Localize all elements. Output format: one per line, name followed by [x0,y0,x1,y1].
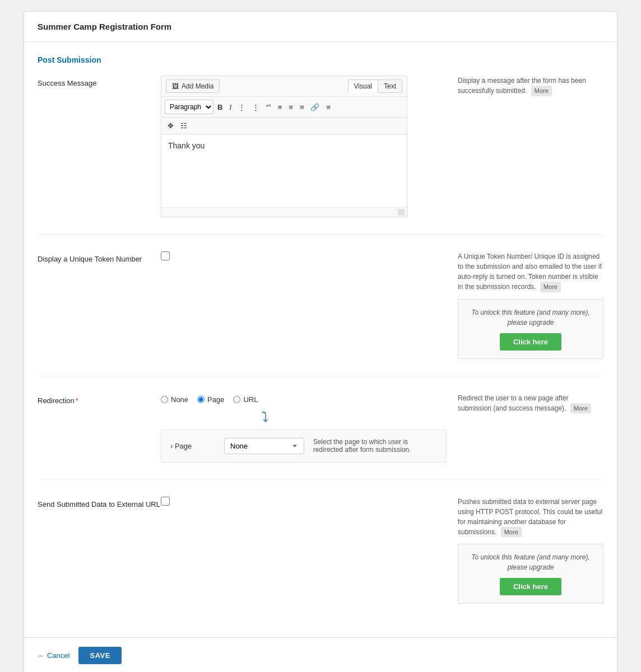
cancel-button[interactable]: ← Cancel [38,651,69,660]
paragraph-select[interactable]: Paragraph [165,100,213,114]
external-url-upgrade-box: To unlock this feature (and many more), … [458,544,603,604]
redirection-more[interactable]: More [570,403,591,414]
tab-visual[interactable]: Visual [348,80,378,93]
blockquote-button[interactable]: “” [263,102,274,113]
radio-none-input[interactable] [161,396,168,403]
unique-token-upgrade-box: To unlock this feature (and many more), … [458,299,603,359]
radio-page[interactable]: Page [197,395,224,404]
redirection-radio-group: None Page URL [161,393,447,404]
radio-none[interactable]: None [161,395,188,404]
main-container: Summer Camp Registration Form Post Submi… [24,11,617,672]
more-toolbar-button[interactable]: ≡ [323,102,333,113]
external-url-content [161,497,447,506]
unique-token-upgrade-text: To unlock this feature (and many more), … [466,307,595,328]
tab-buttons: Visual Text [348,80,402,93]
radio-page-input[interactable] [197,396,205,403]
unique-token-checkbox-field [161,251,447,260]
success-message-more[interactable]: More [531,86,552,96]
editor-area[interactable]: Thank you [161,134,407,207]
footer: ← Cancel SAVE [24,637,617,672]
ol-button[interactable]: ⋮ [249,102,262,113]
sub-page-desc: Select the page to which user is redirec… [313,438,437,454]
redirection-row: Redirection* None Page URL [38,393,603,480]
editor-wrapper: 🖼 Add Media Visual Text Paragraph [161,76,407,217]
external-url-checkbox-field [161,497,447,506]
editor-resize [161,207,407,217]
external-url-upgrade-text: To unlock this feature (and many more), … [466,552,595,572]
external-url-click-here[interactable]: Click here [500,578,561,595]
unique-token-content [161,251,447,260]
editor-toolbar-row1: Paragraph B I ⋮ ⋮ “” ≡ ≡ ≡ 🔗 ≡ [161,97,407,118]
unique-token-more[interactable]: More [540,282,561,292]
align-left-button[interactable]: ≡ [275,102,285,113]
unique-token-label: Display a Unique Token Number [38,251,161,263]
external-url-row: Send Submitted Data to External URL Push… [38,497,603,621]
unique-token-row: Display a Unique Token Number A Unique T… [38,251,603,376]
cancel-label: Cancel [47,651,69,660]
redirection-content: None Page URL ⤵ › Page [161,393,447,463]
bold-button[interactable]: B [215,102,225,113]
editor-top-bar: 🖼 Add Media Visual Text [161,76,407,97]
success-message-row: Success Message 🖼 Add Media Visual Text [38,76,603,235]
unique-token-desc: A Unique Token Number/ Unique ID is assi… [458,251,603,359]
align-center-button[interactable]: ≡ [286,102,296,113]
redirection-desc: Redirect the user to a new page after su… [458,393,603,414]
media-icon: 🖼 [172,82,179,90]
radio-url-input[interactable] [233,396,240,403]
redirection-label: Redirection* [38,393,161,405]
resize-handle[interactable] [398,209,405,216]
align-right-button[interactable]: ≡ [297,102,307,113]
fullscreen-button[interactable]: ✥ [165,120,176,131]
redirection-required: * [76,396,78,405]
section-title: Post Submission [38,55,603,64]
editor-toolbar-row2: ✥ ☷ [161,118,407,134]
redirection-sub-section: › Page None Select the page to which use… [161,430,447,463]
table-button[interactable]: ☷ [178,120,190,131]
external-url-label: Send Submitted Data to External URL [38,497,161,508]
italic-button[interactable]: I [226,102,234,113]
external-url-checkbox[interactable] [161,497,170,506]
cancel-arrow: ← [38,651,45,660]
sub-page-label: › Page [170,442,215,450]
ul-button[interactable]: ⋮ [235,102,248,113]
page-select[interactable]: None [224,438,304,454]
link-button[interactable]: 🔗 [308,102,322,113]
external-url-desc: Pushes submitted data to external server… [458,497,603,604]
add-media-button[interactable]: 🖼 Add Media [166,80,220,93]
external-url-more[interactable]: More [501,527,522,538]
success-message-desc: Display a message after the form has bee… [458,76,603,96]
page-title: Summer Camp Registration Form [24,12,617,42]
unique-token-checkbox[interactable] [161,251,170,260]
radio-url[interactable]: URL [233,395,258,404]
save-button[interactable]: SAVE [78,647,121,664]
redirection-arrow: ⤵ [262,409,447,425]
success-message-content: 🖼 Add Media Visual Text Paragraph [161,76,447,217]
unique-token-click-here[interactable]: Click here [500,333,561,351]
tab-text[interactable]: Text [378,80,402,93]
form-body: Post Submission Success Message 🖼 Add Me… [24,42,617,620]
success-message-label: Success Message [38,76,161,87]
add-media-label: Add Media [182,82,213,90]
